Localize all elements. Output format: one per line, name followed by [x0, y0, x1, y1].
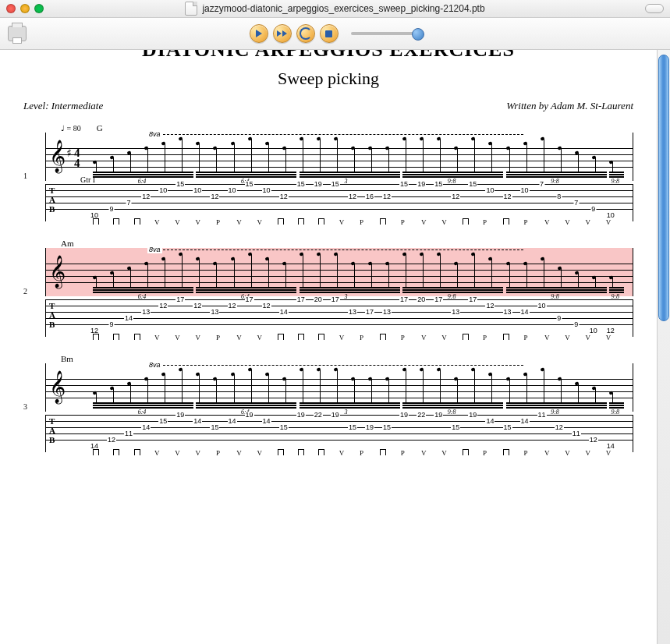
fret-number: 15	[296, 181, 306, 188]
scroll-thumb[interactable]	[658, 55, 669, 321]
fret-number: 10	[193, 187, 202, 194]
picking-symbol: V	[154, 334, 160, 341]
fret-number: 12	[158, 303, 168, 310]
document-icon	[185, 2, 197, 16]
sheet-subtitle: Sweep picking	[23, 69, 633, 89]
picking-symbol: V	[236, 218, 242, 226]
picking-symbol: V	[175, 334, 180, 341]
tablature-staff: TAB 109712101510121015101215191512161215…	[45, 184, 633, 221]
downstroke-icon	[318, 449, 324, 455]
picking-symbol: P	[216, 334, 220, 341]
downstroke-icon	[113, 218, 119, 225]
toolbar-toggle-button[interactable]	[645, 4, 664, 13]
notation-system[interactable]: ♩ = 80G1 𝄞 ♯ 44 Gtr I 8va 6:46:439:89:89…	[23, 123, 633, 221]
play-button[interactable]	[250, 24, 268, 43]
fret-number: 11	[124, 430, 133, 437]
fret-number: 13	[141, 309, 151, 316]
fret-number: 7	[573, 200, 579, 207]
vertical-scrollbar[interactable]	[657, 50, 670, 644]
picking-symbol: V	[339, 334, 345, 341]
app-window: jazzymood-diatonic_arpeggios_exercices_s…	[0, 0, 670, 644]
downstroke-icon	[93, 449, 99, 455]
fret-number: 22	[417, 412, 426, 419]
picking-symbol: V	[154, 218, 160, 226]
volume-knob[interactable]	[412, 28, 424, 41]
sheet-page[interactable]: DIATONIC ARPEGGIOS EXERCICES Sweep picki…	[0, 50, 657, 644]
tab-label: TAB	[49, 416, 55, 444]
picking-symbol: P	[483, 218, 487, 226]
fret-number: 19	[314, 181, 323, 188]
fret-number: 10	[485, 187, 495, 194]
titlebar[interactable]: jazzymood-diatonic_arpeggios_exercices_s…	[0, 0, 670, 18]
window-title: jazzymood-diatonic_arpeggios_exercices_s…	[0, 2, 670, 16]
key-signature: ♯	[66, 147, 72, 159]
close-button[interactable]	[6, 4, 16, 13]
picking-symbol: V	[586, 449, 591, 457]
system-number: 3	[23, 402, 27, 411]
downstroke-icon	[380, 449, 386, 455]
fret-number: 12	[193, 303, 202, 310]
fret-number: 12	[589, 437, 598, 444]
fret-number: 19	[245, 412, 254, 419]
tablature-staff: TAB 129141312171213121712141720171317131…	[45, 299, 633, 337]
picking-symbol: P	[401, 449, 405, 457]
notes-layer: 6:46:439:89:89:8	[93, 363, 626, 412]
fret-number: 9	[556, 315, 562, 322]
notation-system[interactable]: Am2 𝄞 8va 6:46:439:89:89:8 TAB 129141312…	[23, 239, 633, 337]
fret-number: 10	[537, 303, 547, 310]
minimize-button[interactable]	[20, 4, 30, 13]
picking-symbol: P	[524, 218, 528, 226]
fret-number: 14	[279, 309, 289, 316]
fret-number: 8	[556, 193, 562, 200]
level-label: Level: Intermediate	[23, 100, 103, 112]
meta-row: Level: Intermediate Written by Adam M. S…	[23, 100, 633, 112]
fret-number: 10	[520, 187, 530, 194]
picking-symbol: V	[236, 334, 242, 341]
fret-number: 14	[262, 418, 271, 425]
picking-symbol: V	[565, 334, 570, 341]
picking-symbol: V	[257, 334, 263, 341]
picking-symbol: V	[441, 218, 447, 226]
picking-symbol: P	[360, 334, 363, 341]
fret-number: 17	[365, 309, 374, 316]
downstroke-icon	[318, 334, 324, 340]
downstroke-icon	[503, 334, 509, 340]
fret-number: 15	[382, 424, 392, 431]
print-button[interactable]	[8, 26, 27, 41]
picking-symbol: P	[401, 218, 405, 226]
downstroke-icon	[503, 449, 509, 455]
fret-number: 19	[175, 412, 185, 419]
picking-symbol: V	[236, 449, 242, 457]
fret-number: 14	[227, 418, 236, 425]
downstroke-icon	[318, 218, 324, 225]
notation-system[interactable]: Bm3 𝄞 8va 6:46:439:89:89:8 TAB 141211141…	[23, 354, 633, 452]
notes-layer: 6:46:439:89:89:8	[93, 133, 626, 181]
fret-number: 14	[141, 424, 151, 431]
downstroke-icon	[463, 449, 469, 455]
fret-number: 19	[399, 412, 409, 419]
downstroke-icon	[298, 449, 304, 455]
zoom-button[interactable]	[34, 4, 44, 13]
fret-number: 11	[537, 412, 547, 419]
downstroke-icon	[278, 334, 284, 340]
fret-number: 10	[227, 187, 236, 194]
downstroke-icon	[503, 218, 509, 225]
downstroke-icon	[113, 334, 119, 340]
fret-number: 17	[434, 296, 443, 303]
stop-button[interactable]	[320, 24, 339, 43]
downstroke-icon	[380, 218, 386, 225]
fret-number: 19	[296, 412, 306, 419]
picking-symbol: P	[524, 334, 528, 341]
fret-number: 13	[210, 309, 219, 316]
fret-number: 15	[451, 424, 460, 431]
fret-number: 15	[279, 424, 289, 431]
system-header: ♩ = 80G	[23, 123, 633, 133]
loop-button[interactable]	[296, 24, 315, 43]
toolbar	[0, 18, 670, 50]
fret-number: 15	[210, 424, 219, 431]
picking-symbol: P	[524, 449, 528, 457]
fret-number: 12	[382, 193, 392, 200]
play-from-button[interactable]	[273, 24, 292, 43]
volume-slider[interactable]	[351, 32, 421, 35]
fret-number: 15	[502, 424, 512, 431]
